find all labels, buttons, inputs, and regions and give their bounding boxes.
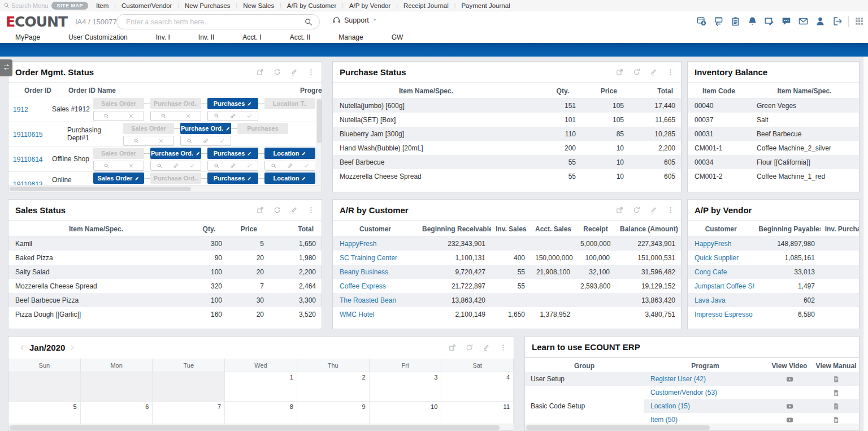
refresh-icon[interactable]: [274, 206, 281, 214]
video-icon[interactable]: [786, 416, 793, 424]
mail-icon[interactable]: [798, 16, 808, 26]
workflow-step-button[interactable]: Sales Order: [123, 123, 174, 134]
link-icon[interactable]: [287, 163, 293, 169]
row-link[interactable]: HappyFresh: [695, 240, 731, 248]
calendar-prev-icon[interactable]: [19, 344, 25, 351]
workflow-step-button[interactable]: Purchases: [207, 173, 258, 184]
widget-drawer-toggle[interactable]: [0, 59, 12, 76]
workflow-step-button[interactable]: Purchases: [207, 148, 258, 159]
order-id-link[interactable]: 19110615: [13, 131, 43, 139]
workflow-step-button[interactable]: Sales Order: [93, 98, 144, 109]
quick-menu-item[interactable]: New Purchases: [185, 2, 231, 9]
video-icon[interactable]: [786, 376, 793, 383]
row-link[interactable]: The Roasted Bean: [340, 296, 396, 304]
manual-doc-icon[interactable]: [832, 416, 840, 424]
ecount-logo[interactable]: ECOUNT: [6, 14, 67, 30]
more-icon[interactable]: [667, 206, 674, 214]
calendar-day-cell[interactable]: [153, 372, 225, 402]
search-icon[interactable]: [160, 113, 166, 119]
row-link[interactable]: HappyFresh: [340, 240, 376, 248]
refresh-icon[interactable]: [633, 206, 640, 214]
horizontal-scrollbar[interactable]: [525, 424, 859, 430]
profile-icon[interactable]: [815, 16, 825, 26]
calendar-day-cell[interactable]: 2: [297, 372, 370, 402]
workflow-step-button[interactable]: Location: [264, 173, 315, 184]
nav-item-user-customization[interactable]: User Customization: [68, 33, 128, 41]
apps-grid-icon[interactable]: [855, 17, 863, 25]
close-icon[interactable]: [158, 138, 164, 144]
scroll-thumb[interactable]: [526, 425, 710, 430]
open-in-new-icon[interactable]: [257, 68, 264, 76]
row-link[interactable]: Lava Java: [695, 296, 726, 304]
workflow-step-button[interactable]: Purchase Ord.: [180, 123, 231, 134]
open-in-new-icon[interactable]: [449, 344, 456, 351]
search-icon[interactable]: [214, 113, 219, 119]
calendar-month-title[interactable]: Jan/2020: [29, 343, 65, 352]
support-menu[interactable]: Support: [332, 16, 377, 24]
scroll-thumb[interactable]: [317, 99, 322, 143]
edit-icon[interactable]: [290, 206, 298, 214]
manual-doc-icon[interactable]: [832, 389, 840, 396]
logout-icon[interactable]: [832, 16, 842, 26]
open-in-new-icon[interactable]: [616, 206, 623, 214]
order-id-link[interactable]: 1912: [13, 106, 28, 114]
quick-menu-item[interactable]: Payment Journal: [461, 2, 510, 9]
search-icon[interactable]: [103, 163, 109, 169]
link-icon[interactable]: [230, 113, 236, 119]
more-icon[interactable]: [307, 68, 315, 76]
check-icon[interactable]: [219, 138, 225, 144]
program-link[interactable]: Customer/Vendor (53): [650, 389, 717, 396]
check-icon[interactable]: [189, 163, 195, 169]
close-icon[interactable]: [185, 113, 191, 119]
search-submit-icon[interactable]: [304, 18, 313, 26]
nav-item-gw[interactable]: GW: [392, 33, 403, 41]
quick-menu-item[interactable]: A/P by Vendor: [349, 2, 390, 9]
refresh-icon[interactable]: [633, 68, 640, 76]
manual-doc-icon[interactable]: [832, 376, 840, 383]
check-icon[interactable]: [303, 163, 309, 169]
workflow-step-button[interactable]: Location: [264, 148, 315, 159]
nav-item-acct-ii[interactable]: Acct. II: [290, 33, 311, 41]
open-in-new-icon[interactable]: [616, 68, 623, 76]
calendar-next-icon[interactable]: [69, 344, 75, 351]
workflow-step-button[interactable]: Sales Order: [93, 173, 144, 184]
open-in-new-icon[interactable]: [257, 206, 264, 214]
site-map-badge[interactable]: SITE MAP: [51, 2, 88, 10]
order-id-link[interactable]: 19110614: [13, 156, 43, 163]
row-link[interactable]: Jumpstart Coffee Shop: [695, 282, 754, 290]
search-icon[interactable]: [133, 138, 139, 144]
edit-icon[interactable]: [290, 68, 298, 76]
row-link[interactable]: Beany Business: [340, 268, 388, 276]
search-input[interactable]: [117, 18, 304, 26]
nav-item-acct-i[interactable]: Acct. I: [242, 33, 261, 41]
search-menu-label[interactable]: Search Menu: [11, 2, 48, 9]
calendar-day-cell[interactable]: 4: [441, 372, 514, 402]
video-icon[interactable]: [786, 403, 793, 410]
quick-menu-item[interactable]: Receipt Journal: [403, 2, 449, 9]
link-icon[interactable]: [230, 163, 236, 169]
calendar-day-cell[interactable]: 1: [225, 372, 297, 402]
row-link[interactable]: WMC Hotel: [340, 311, 374, 318]
vertical-scrollbar[interactable]: [316, 98, 322, 185]
calendar-day-cell[interactable]: [8, 372, 81, 402]
workflow-step-button[interactable]: Purchase Ord.: [150, 148, 201, 159]
calendar-day-cell[interactable]: 3: [370, 372, 442, 402]
horizontal-scrollbar[interactable]: [8, 185, 322, 192]
search-icon[interactable]: [103, 113, 109, 119]
quick-menu-item[interactable]: Customer/Vendor: [121, 2, 172, 9]
edit-icon[interactable]: [483, 344, 490, 351]
nav-item-mypage[interactable]: MyPage: [15, 33, 40, 41]
edit-icon[interactable]: [650, 68, 657, 76]
workflow-step-button[interactable]: Purchases: [237, 123, 288, 134]
link-icon[interactable]: [173, 163, 179, 169]
new-window-icon[interactable]: [697, 16, 706, 26]
chat-icon[interactable]: [782, 16, 791, 26]
edit-icon[interactable]: [650, 206, 657, 214]
horizontal-scrollbar[interactable]: [8, 424, 514, 430]
link-icon[interactable]: [203, 138, 209, 144]
workflow-step-button[interactable]: Purchase Ord..: [150, 98, 201, 109]
search-icon[interactable]: [214, 163, 219, 169]
notifications-icon[interactable]: [748, 16, 757, 26]
calendar-day-cell[interactable]: [81, 372, 153, 402]
workflow-step-button[interactable]: Sales Order: [93, 148, 144, 159]
